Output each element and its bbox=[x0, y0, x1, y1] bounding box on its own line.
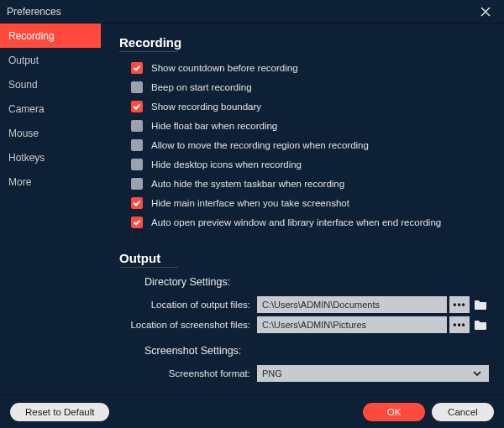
ellipsis-icon: ••• bbox=[453, 320, 466, 330]
preferences-window: Preferences Recording Output Sound Camer… bbox=[0, 0, 504, 428]
checkbox[interactable] bbox=[131, 101, 143, 112]
chevron-down-icon bbox=[472, 368, 482, 378]
close-icon bbox=[480, 6, 491, 18]
close-button[interactable] bbox=[474, 0, 497, 23]
titlebar: Preferences bbox=[0, 0, 504, 23]
output-files-row: Location of output files: ••• bbox=[119, 296, 489, 313]
button-label: OK bbox=[387, 407, 402, 417]
checkbox[interactable] bbox=[131, 120, 143, 132]
footer-right: OK Cancel bbox=[363, 403, 494, 421]
recording-option-row: Hide desktop icons when recording bbox=[131, 157, 489, 172]
checkbox-label: Hide desktop icons when recording bbox=[151, 157, 302, 172]
sidebar-item-more[interactable]: More bbox=[0, 170, 101, 194]
ok-button[interactable]: OK bbox=[363, 403, 425, 421]
recording-option-row: Beep on start recording bbox=[131, 80, 489, 95]
sidebar-item-camera[interactable]: Camera bbox=[0, 97, 101, 121]
checkmark-icon bbox=[133, 218, 141, 227]
sidebar-item-mouse[interactable]: Mouse bbox=[0, 121, 101, 145]
checkbox[interactable] bbox=[131, 217, 143, 228]
sidebar: Recording Output Sound Camera Mouse Hotk… bbox=[0, 23, 101, 394]
checkbox[interactable] bbox=[131, 62, 143, 74]
screenshot-format-select[interactable]: PNG bbox=[257, 365, 489, 382]
checkmark-icon bbox=[133, 64, 141, 72]
body: Recording Output Sound Camera Mouse Hotk… bbox=[0, 23, 504, 394]
footer: Reset to Default OK Cancel bbox=[0, 394, 504, 428]
checkbox[interactable] bbox=[131, 139, 143, 151]
browse-output-button[interactable]: ••• bbox=[449, 296, 470, 313]
recording-option-row: Auto open preview window and library int… bbox=[131, 215, 489, 230]
sidebar-item-recording[interactable]: Recording bbox=[0, 23, 101, 48]
screenshot-files-label: Location of screenshot files: bbox=[119, 320, 257, 330]
sidebar-item-label: Hotkeys bbox=[8, 152, 45, 164]
ellipsis-icon: ••• bbox=[453, 300, 466, 310]
checkbox[interactable] bbox=[131, 159, 143, 170]
recording-option-row: Show countdown before recording bbox=[131, 60, 489, 76]
checkbox-label: Allow to move the recording region when … bbox=[151, 138, 369, 153]
output-files-label: Location of output files: bbox=[119, 300, 257, 310]
recording-option-row: Auto hide the system taskbar when record… bbox=[131, 176, 489, 191]
checkbox-label: Auto hide the system taskbar when record… bbox=[151, 176, 344, 191]
sidebar-item-label: Mouse bbox=[8, 128, 39, 139]
checkbox-label: Hide float bar when recording bbox=[151, 118, 277, 133]
section-title-recording: Recording bbox=[119, 35, 489, 50]
button-label: Reset to Default bbox=[25, 407, 94, 417]
reset-to-default-button[interactable]: Reset to Default bbox=[10, 403, 109, 421]
checkbox-label: Beep on start recording bbox=[151, 80, 252, 95]
recording-option-row: Allow to move the recording region when … bbox=[131, 138, 489, 153]
checkbox[interactable] bbox=[131, 81, 143, 93]
main-panel: Recording Show countdown before recordin… bbox=[101, 23, 504, 394]
checkmark-icon bbox=[133, 199, 141, 207]
sidebar-item-label: Recording bbox=[8, 30, 55, 42]
cancel-button[interactable]: Cancel bbox=[432, 403, 494, 421]
button-label: Cancel bbox=[448, 407, 478, 417]
checkbox-label: Show countdown before recording bbox=[151, 60, 298, 76]
window-title: Preferences bbox=[7, 6, 61, 18]
checkbox-label: Auto open preview window and library int… bbox=[151, 215, 441, 230]
main-scroll[interactable]: Recording Show countdown before recordin… bbox=[101, 23, 504, 394]
checkbox[interactable] bbox=[131, 197, 143, 209]
sidebar-item-hotkeys[interactable]: Hotkeys bbox=[0, 145, 101, 170]
screenshot-format-row: Screenshot format: PNG bbox=[119, 365, 489, 382]
divider bbox=[119, 267, 178, 268]
browse-screenshot-button[interactable]: ••• bbox=[449, 316, 470, 333]
recording-option-row: Hide float bar when recording bbox=[131, 118, 489, 133]
screenshot-files-row: Location of screenshot files: ••• bbox=[119, 316, 489, 333]
open-output-folder-button[interactable] bbox=[472, 296, 489, 313]
checkbox[interactable] bbox=[131, 178, 143, 190]
output-files-input[interactable] bbox=[257, 296, 447, 313]
sidebar-item-label: More bbox=[8, 176, 31, 188]
folder-icon bbox=[474, 299, 487, 311]
divider bbox=[119, 51, 178, 52]
sidebar-item-sound[interactable]: Sound bbox=[0, 72, 101, 97]
checkbox-label: Show recording boundary bbox=[151, 99, 261, 114]
screenshot-format-value: PNG bbox=[262, 368, 282, 378]
sidebar-item-label: Sound bbox=[8, 79, 38, 91]
folder-icon bbox=[474, 319, 487, 331]
open-screenshot-folder-button[interactable] bbox=[472, 316, 489, 333]
sidebar-item-label: Camera bbox=[8, 103, 45, 115]
recording-option-row: Show recording boundary bbox=[131, 99, 489, 114]
checkmark-icon bbox=[133, 102, 141, 111]
sidebar-item-output[interactable]: Output bbox=[0, 48, 101, 72]
section-title-output: Output bbox=[119, 251, 489, 265]
screenshot-files-input[interactable] bbox=[257, 316, 447, 333]
sub-title-screenshot: Screenshot Settings: bbox=[144, 345, 489, 357]
sidebar-item-label: Output bbox=[8, 55, 39, 66]
recording-option-row: Hide main interface when you take screen… bbox=[131, 196, 489, 211]
screenshot-format-label: Screenshot format: bbox=[119, 368, 257, 378]
checkbox-label: Hide main interface when you take screen… bbox=[151, 196, 349, 211]
sub-title-directory: Directory Settings: bbox=[144, 276, 489, 288]
